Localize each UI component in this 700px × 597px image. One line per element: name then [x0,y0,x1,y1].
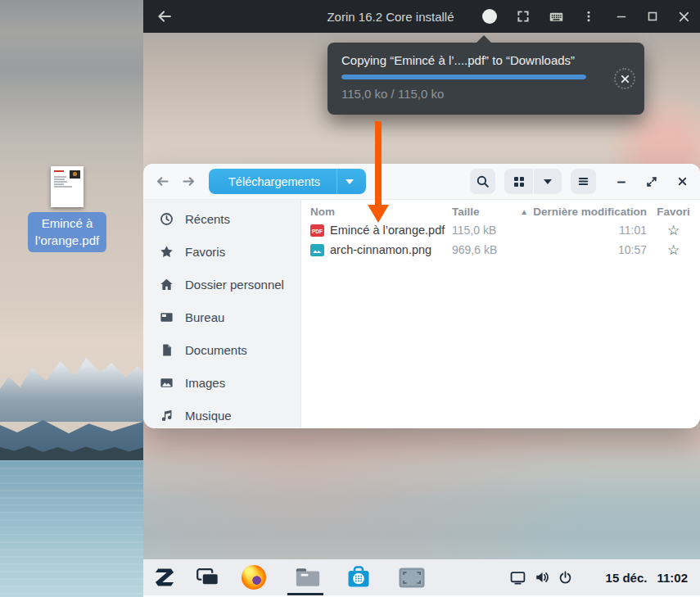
image-icon [160,376,174,390]
pdf-thumbnail-icon [51,166,84,207]
clock-date: 15 déc. [606,571,648,585]
fullscreen-icon[interactable] [515,8,531,25]
copy-toast: Copying “Emincé à l’....pdf” to “Downloa… [327,43,644,115]
file-row-pdf[interactable]: PDF Emincé à l’orange.pdf 115,0 kB 11:01… [301,220,700,240]
screenshot-tool-button[interactable] [399,564,425,590]
host-wallpaper-lake [0,460,143,597]
fm-sidebar: Récents Favoris Dossier personnel [143,200,301,427]
file-manager-toolbar: Téléchargements [143,164,700,200]
sidebar-item-home[interactable]: Dossier personnel [143,268,300,301]
location-caret[interactable] [336,169,366,194]
copy-progressbar [341,75,586,79]
windows-icon [196,568,219,586]
svg-text:PDF: PDF [312,228,323,233]
fm-restore-icon[interactable] [644,174,660,190]
desktop-icon-pdf[interactable]: Emincé à l’orange.pdf [26,166,108,252]
location-label: Téléchargements [209,169,336,194]
vm-header-bar: Zorin 16.2 Core installé [143,0,700,33]
annotation-arrow-head [368,205,389,223]
file-manager-window: Téléchargements [143,164,700,428]
back-icon[interactable] [156,8,173,25]
sidebar-item-favorites[interactable]: Favoris [143,235,300,268]
power-tray-icon[interactable] [558,569,574,586]
copy-progress-status: 115,0 ko / 115,0 ko [341,87,444,101]
image-file-icon [310,244,324,256]
favorite-star-icon[interactable]: ☆ [647,243,700,257]
taskbar: 15 déc. 11:02 [143,559,700,597]
copy-progress-fill [341,75,586,79]
copy-toast-message: Copying “Emincé à l’....pdf” to “Downloa… [341,53,575,67]
column-header-favorite[interactable]: Favori [647,206,700,218]
sort-ascending-icon: ▲ [520,207,528,216]
transfer-status-icon[interactable] [481,8,498,25]
firefox-icon [242,565,266,590]
grid-view-button[interactable] [504,169,533,194]
column-header-modified[interactable]: ▲ Dernière modification [517,206,647,218]
clock-time: 11:02 [657,571,688,585]
vm-minimize-icon[interactable] [613,8,630,25]
desktop-icon [160,310,174,324]
firefox-button[interactable] [241,564,267,590]
list-column-headers: Nom Taille ▲ Dernière modification Favor… [301,202,700,220]
home-icon [160,278,174,292]
sidebar-item-recents[interactable]: Récents [143,202,300,235]
file-row-image[interactable]: arch-cinnamon.png 969,6 kB 10:57 ☆ [301,240,700,260]
sidebar-item-pictures[interactable]: Images [143,366,300,399]
view-options-button[interactable] [533,169,562,194]
document-icon [160,343,174,357]
vm-title: Zorin 16.2 Core installé [327,10,454,24]
nav-back-icon[interactable] [153,173,171,191]
hamburger-menu-button[interactable] [571,169,596,194]
software-store-button[interactable] [345,564,372,590]
folder-icon [295,566,321,589]
files-button[interactable] [295,564,321,590]
zorin-menu-button[interactable] [151,564,178,590]
star-icon [160,245,174,259]
chevron-down-icon [345,179,354,184]
fm-minimize-icon[interactable] [613,174,630,190]
search-button[interactable] [470,169,495,194]
music-note-icon [160,409,174,423]
menu-kebab-icon[interactable] [580,8,597,25]
software-bag-icon [346,565,371,590]
vm-viewer-window: Zorin 16.2 Core installé [143,0,700,597]
keyboard-icon[interactable] [548,8,564,25]
annotation-arrow-shaft [375,121,382,206]
screenshot-frame-icon [399,568,425,588]
clock[interactable]: 15 déc. 11:02 [606,571,688,585]
toast-close-button[interactable] [614,68,635,89]
pdf-file-icon: PDF [310,224,324,237]
window-switcher-button[interactable] [195,564,221,590]
favorite-star-icon[interactable]: ☆ [647,224,700,237]
vm-close-icon[interactable] [675,8,692,25]
active-app-indicator [287,593,323,595]
volume-tray-icon[interactable] [534,569,550,586]
sidebar-item-music[interactable]: Musique [143,399,300,427]
sidebar-item-documents[interactable]: Documents [143,333,300,366]
clock-icon [160,212,174,226]
display-tray-icon[interactable] [510,569,526,586]
zorin-logo-icon [152,568,177,587]
record-dot-icon [482,9,497,24]
desktop-icon-label: Emincé à l’orange.pdf [28,212,106,252]
fm-close-icon[interactable] [674,174,690,190]
vm-maximize-icon[interactable] [644,8,661,25]
chevron-down-icon [544,179,552,184]
screen: Emincé à l’orange.pdf Zorin 16.2 Core in… [0,0,700,597]
vm-desktop: Copying “Emincé à l’....pdf” to “Downloa… [143,33,700,597]
location-button[interactable]: Téléchargements [209,169,366,194]
sidebar-item-desktop[interactable]: Bureau [143,301,300,333]
column-header-size[interactable]: Taille [452,206,517,218]
view-toggle-group [504,169,562,194]
nav-forward-icon[interactable] [179,173,197,191]
fm-file-list: Nom Taille ▲ Dernière modification Favor… [301,200,700,427]
